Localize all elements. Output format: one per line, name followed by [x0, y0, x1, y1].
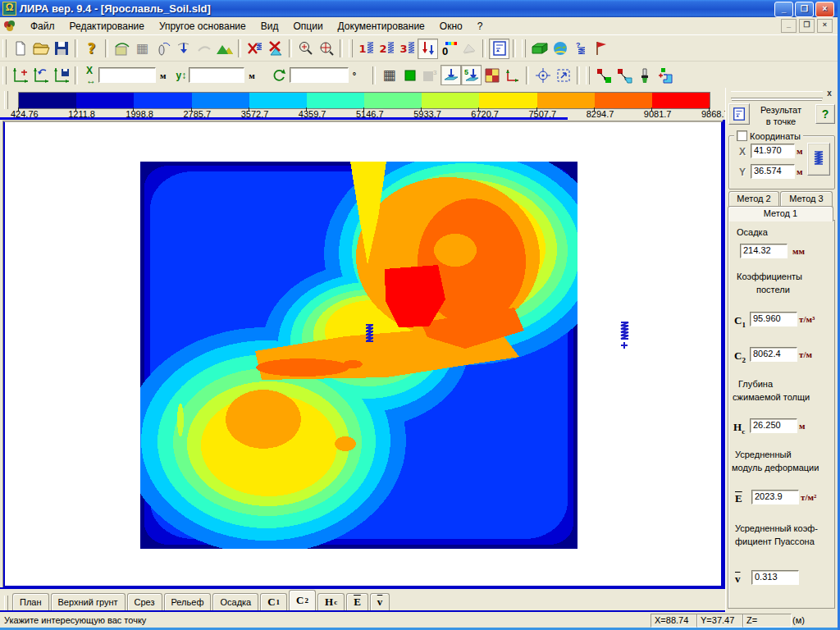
- drawing-canvas[interactable]: [3, 121, 723, 587]
- view-tab-E[interactable]: E: [346, 593, 368, 610]
- toolbar-grip[interactable]: [4, 91, 8, 109]
- menu-item[interactable]: Окно: [432, 19, 470, 34]
- load-2-icon[interactable]: 2: [377, 39, 397, 59]
- toolbar-grip[interactable]: [2, 66, 7, 84]
- osadka-value[interactable]: 214.32: [740, 244, 788, 258]
- panel-help-button[interactable]: ?: [815, 104, 835, 124]
- copy-node-cyan-icon[interactable]: [614, 65, 634, 85]
- target-node-icon[interactable]: [532, 65, 553, 85]
- palette-zero-icon[interactable]: 0: [438, 39, 459, 59]
- target-extent-icon[interactable]: [553, 65, 573, 85]
- coord-y-value[interactable]: 36.574: [751, 164, 795, 179]
- mdi-minimize-button[interactable]: _: [781, 19, 797, 33]
- tab-method-2[interactable]: Метод 2: [728, 191, 779, 207]
- menu-item[interactable]: Редактирование: [62, 19, 152, 34]
- colorbar-segment: [652, 93, 710, 108]
- c2-value[interactable]: 8062.4: [750, 347, 797, 362]
- c1-value[interactable]: 95.960: [750, 312, 797, 326]
- zoom-extent-icon[interactable]: [316, 39, 336, 59]
- panel-close-icon[interactable]: x: [824, 89, 835, 99]
- coordinates-checkbox[interactable]: [737, 130, 747, 141]
- soil-box-icon[interactable]: [529, 39, 550, 59]
- axes-undo-icon[interactable]: [30, 65, 51, 85]
- toolbar-grip[interactable]: [2, 39, 7, 57]
- minimize-button[interactable]: _: [774, 2, 793, 17]
- spring-pick-button[interactable]: [807, 143, 830, 176]
- settlement-icon[interactable]: [418, 39, 438, 59]
- import-curve-icon[interactable]: [173, 39, 194, 59]
- hc-symbol: Hc: [733, 421, 745, 436]
- polygon-icon[interactable]: [655, 65, 675, 85]
- poisson-label-2: фициент Пуассона: [735, 536, 815, 546]
- help-icon[interactable]: ?: [81, 39, 102, 59]
- menu-item[interactable]: ?: [470, 19, 491, 34]
- view-tab-Верхний грунт[interactable]: Верхний грунт: [51, 593, 126, 610]
- menu-item[interactable]: Опции: [285, 19, 330, 34]
- view-tab-Hc[interactable]: Hc: [317, 593, 345, 610]
- grid-icon[interactable]: ▦: [132, 39, 153, 59]
- toolbar-grip[interactable]: [4, 596, 8, 610]
- view-tab-C2[interactable]: C2: [289, 590, 316, 610]
- new-document-icon[interactable]: [10, 39, 30, 59]
- toolbar-grip[interactable]: [349, 39, 353, 57]
- delete-fill-icon[interactable]: [265, 39, 285, 59]
- view-tab-Срез[interactable]: Срез: [127, 593, 162, 610]
- panel-grip[interactable]: [731, 91, 823, 98]
- coord-x-value[interactable]: 41.970: [751, 144, 795, 158]
- flag-icon[interactable]: [591, 39, 611, 59]
- view-tab-План[interactable]: План: [12, 593, 49, 610]
- save-icon[interactable]: [51, 39, 71, 59]
- toolbar-grip[interactable]: [522, 39, 526, 57]
- restore-button[interactable]: ❐: [795, 2, 814, 17]
- v-value[interactable]: 0.313: [751, 570, 799, 585]
- checker-icon[interactable]: [482, 65, 502, 85]
- relief-icon[interactable]: [214, 39, 235, 59]
- hc-value[interactable]: 26.250: [750, 418, 797, 433]
- colorbar-label: 9081.7: [644, 109, 672, 119]
- load-1-icon[interactable]: 1: [356, 39, 377, 59]
- close-button[interactable]: ×: [815, 2, 834, 17]
- menu-item[interactable]: Документирование: [331, 19, 432, 34]
- y-offset-input[interactable]: [189, 67, 244, 83]
- load-3-icon[interactable]: 3: [397, 39, 418, 59]
- plate-load5-icon[interactable]: 5: [461, 65, 482, 85]
- plate-load-icon[interactable]: [441, 65, 461, 85]
- soil-fill-icon[interactable]: [112, 39, 132, 59]
- x-offset-input[interactable]: [98, 67, 156, 83]
- zoom-in-icon[interactable]: [295, 39, 316, 59]
- coord-x-label: X: [739, 146, 746, 158]
- coordinates-group: Координаты X 41.970 м Y 36.574 м: [728, 135, 835, 189]
- axes-move-icon[interactable]: [10, 65, 30, 85]
- spring-query-icon[interactable]: ?: [570, 39, 591, 59]
- delete-spring-icon[interactable]: [244, 39, 265, 59]
- e-value[interactable]: 2023.9: [751, 490, 799, 504]
- toolbar-grip[interactable]: [586, 66, 590, 84]
- globe-icon[interactable]: [550, 39, 570, 59]
- mdi-restore-button[interactable]: ❐: [799, 19, 815, 33]
- mdi-close-button[interactable]: ×: [817, 19, 833, 33]
- angle-input[interactable]: [290, 67, 349, 83]
- copy-node-green-icon[interactable]: [593, 65, 614, 85]
- menu-item[interactable]: Файл: [23, 19, 62, 34]
- menu-item[interactable]: Упругое основание: [152, 19, 253, 34]
- axis-lcs-icon[interactable]: [502, 65, 523, 85]
- green-node-icon[interactable]: [399, 65, 420, 85]
- menu-item[interactable]: Вид: [253, 19, 286, 34]
- grid-dense-icon[interactable]: ▦: [379, 65, 399, 85]
- open-file-icon[interactable]: [30, 39, 51, 59]
- c1-symbol: C1: [734, 314, 746, 329]
- status-z: Z=: [742, 614, 792, 628]
- result-panel-icon[interactable]: [489, 39, 509, 59]
- view-tab-v[interactable]: v: [370, 593, 390, 610]
- view-tab-Осадка[interactable]: Осадка: [212, 593, 258, 610]
- brush-icon[interactable]: [634, 65, 655, 85]
- tab-method-3[interactable]: Метод 3: [780, 191, 833, 207]
- spring-marker-right: [619, 321, 632, 352]
- view-tab-Рельеф[interactable]: Рельеф: [164, 593, 212, 610]
- tab-method-1[interactable]: Метод 1: [728, 206, 833, 221]
- view-tab-C1[interactable]: C1: [260, 593, 287, 610]
- borehole-icon[interactable]: [153, 39, 173, 59]
- result-panel-toggle-icon[interactable]: [728, 103, 750, 125]
- axes-save-icon[interactable]: [51, 65, 71, 85]
- contour-map[interactable]: [140, 162, 578, 549]
